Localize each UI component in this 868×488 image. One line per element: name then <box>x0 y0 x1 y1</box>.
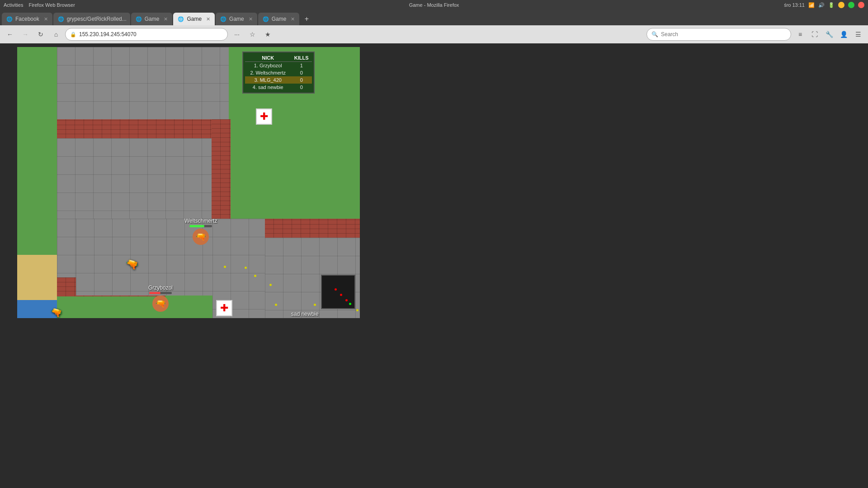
game3-tab-icon: 🌐 <box>220 16 226 22</box>
minimap-dot-3 <box>345 299 348 301</box>
facebook-tab-icon: 🌐 <box>6 16 13 22</box>
game4-tab-icon: 🌐 <box>263 16 269 22</box>
tab-game1-label: Game <box>145 16 160 22</box>
game1-tab-icon: 🌐 <box>136 16 142 22</box>
score-kills: 1 <box>291 62 312 70</box>
firebug-button[interactable]: 🔧 <box>823 28 835 41</box>
grypesc-tab-icon: 🌐 <box>58 16 64 22</box>
tab-game3[interactable]: 🌐 Game ✕ <box>216 13 257 25</box>
brick-right-h <box>265 219 360 238</box>
scoreboard-row: 1. Grzybozol 1 <box>245 62 312 70</box>
minimize-button[interactable] <box>838 2 844 8</box>
score-nick: 3. MLG_420 <box>245 76 291 84</box>
bullet-1 <box>224 266 226 268</box>
tab-game4-label: Game <box>272 16 287 22</box>
player-sad-newbie-name: sad newbie <box>291 311 319 317</box>
titlebar-right: śro 13:11 📶 🔊 🔋 <box>784 2 864 8</box>
tab-facebook-close[interactable]: ✕ <box>44 16 48 22</box>
network-icon: 📶 <box>808 2 815 8</box>
more-button[interactable]: ··· <box>231 28 243 41</box>
player-sad-newbie: sad newbie 🔫 <box>291 311 319 318</box>
scoreboard-table: NICK KILLS 1. Grzybozol 1 2. Weltschmert… <box>245 54 312 91</box>
tile-area-top <box>57 47 229 119</box>
bookmark-star[interactable]: ★ <box>261 28 274 41</box>
minimap-dot-4 <box>349 303 351 305</box>
player-weltschmertz-health <box>189 225 204 227</box>
tab-game3-close[interactable]: ✕ <box>249 16 253 22</box>
tabbar: 🌐 Facebook ✕ 🌐 grypesc/GetRickRolled... … <box>0 10 868 25</box>
game-viewport[interactable]: NICK KILLS 1. Grzybozol 1 2. Weltschmert… <box>17 47 360 318</box>
clock: śro 13:11 <box>784 2 805 8</box>
tile-inner-top <box>57 138 212 219</box>
player-grzybozol-healthbar <box>149 292 172 294</box>
tab-game1-close[interactable]: ✕ <box>164 16 168 22</box>
activities-label[interactable]: Activities <box>4 2 23 8</box>
tab-game4-close[interactable]: ✕ <box>291 16 295 22</box>
menu-button[interactable]: ☰ <box>852 28 864 41</box>
game2-tab-icon: 🌐 <box>178 16 184 22</box>
reload-button[interactable]: ↻ <box>34 28 47 41</box>
tab-facebook[interactable]: 🌐 Facebook ✕ <box>2 13 52 25</box>
tab-grypesc-label: grypesc/GetRickRolled... <box>67 16 127 22</box>
search-input[interactable] <box>661 31 786 38</box>
score-nick: 1. Grzybozol <box>245 62 291 70</box>
player-weltschmertz-body: 🔫 <box>193 229 209 245</box>
bullet-3 <box>254 275 256 277</box>
player-grzybozol-body: 🔫 <box>152 296 169 312</box>
score-kills: 0 <box>291 76 312 84</box>
close-button[interactable] <box>858 2 864 8</box>
toolbar-icons: ≡ ⛶ 🔧 👤 ☰ <box>794 28 864 41</box>
minimap-dot-1 <box>335 288 337 291</box>
scoreboard: NICK KILLS 1. Grzybozol 1 2. Weltschmert… <box>242 52 315 94</box>
back-button[interactable]: ← <box>4 28 16 41</box>
health-pickup-1: ✚ <box>256 108 272 125</box>
home-button[interactable]: ⌂ <box>50 28 62 41</box>
profile-button[interactable]: 👤 <box>837 28 850 41</box>
tab-game3-label: Game <box>229 16 244 22</box>
scoreboard-row: 4. sad newbie 0 <box>245 84 312 91</box>
scoreboard-nick-header: NICK <box>245 54 291 62</box>
scoreboard-row: 3. MLG_420 0 <box>245 76 312 84</box>
address-text: 155.230.194.245:54070 <box>79 31 137 38</box>
bullet-6 <box>314 304 316 306</box>
fullscreen-button[interactable]: ⛶ <box>808 28 821 41</box>
tab-game2[interactable]: 🌐 Game ✕ <box>173 13 215 25</box>
titlebar-left: Activities Firefox Web Browser <box>4 2 75 8</box>
tab-grypesc[interactable]: 🌐 grypesc/GetRickRolled... ✕ <box>53 13 130 25</box>
bookmark-button[interactable]: ☆ <box>246 28 259 41</box>
lock-icon: 🔒 <box>70 32 76 38</box>
bullet-4 <box>269 284 272 286</box>
content-area: NICK KILLS 1. Grzybozol 1 2. Weltschmert… <box>0 43 868 488</box>
maximize-button[interactable] <box>848 2 854 8</box>
minimap <box>321 275 355 309</box>
search-bar[interactable]: 🔍 <box>646 28 791 41</box>
score-kills: 0 <box>291 69 312 76</box>
browser-label[interactable]: Firefox Web Browser <box>28 2 75 8</box>
score-kills: 0 <box>291 84 312 91</box>
player-weltschmertz-healthbar <box>189 225 212 227</box>
toolbar: ← → ↻ ⌂ 🔒 155.230.194.245:54070 ··· ☆ ★ … <box>0 25 868 43</box>
player-grzybozol: Grzybozol 🔫 <box>148 285 173 312</box>
scoreboard-row: 2. Weltschmertz 0 <box>245 69 312 76</box>
new-tab-button[interactable]: + <box>300 13 313 25</box>
health-pickup-2: ✚ <box>216 300 232 316</box>
scoreboard-kills-header: KILLS <box>291 54 312 62</box>
bullet-2 <box>245 267 247 269</box>
brick-top <box>57 119 229 138</box>
tab-game2-label: Game <box>187 16 202 22</box>
tab-facebook-label: Facebook <box>15 16 39 22</box>
tile-left-stripe <box>57 219 76 277</box>
tab-game1[interactable]: 🌐 Game ✕ <box>131 13 173 25</box>
tab-game2-close[interactable]: ✕ <box>206 16 210 22</box>
tab-game4[interactable]: 🌐 Game ✕ <box>258 13 300 25</box>
bullet-7 <box>356 309 359 311</box>
minimap-dot-2 <box>340 294 342 296</box>
titlebar: Activities Firefox Web Browser Game - Mo… <box>0 0 868 10</box>
titlebar-title: Game - Mozilla Firefox <box>409 2 459 8</box>
search-icon: 🔍 <box>651 31 658 38</box>
player-weltschmertz: Weltschmertz 🔫 <box>184 218 217 245</box>
forward-button[interactable]: → <box>19 28 32 41</box>
reader-button[interactable]: ≡ <box>794 28 807 41</box>
address-bar[interactable]: 🔒 155.230.194.245:54070 <box>65 28 228 41</box>
score-nick: 4. sad newbie <box>245 84 291 91</box>
